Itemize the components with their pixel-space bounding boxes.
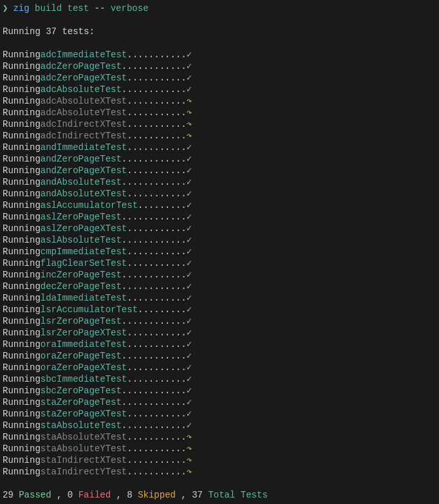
test-line: Running andAbsoluteXTest...........✓ [3, 188, 436, 200]
running-label: Running [3, 397, 41, 408]
test-line: Running sbcImmediateTest...........✓ [3, 373, 436, 385]
check-icon: ✓ [187, 49, 192, 61]
tests-header: Running 37 tests: [3, 26, 436, 37]
test-line: Running aslAccumulatorTest.........✓ [3, 200, 436, 211]
test-line: Running adcIndirectYTest...........↷ [3, 130, 436, 142]
test-line: Running aslZeroPageXTest...........✓ [3, 223, 436, 234]
running-label: Running [3, 420, 41, 431]
test-name: oraImmediateTest [41, 339, 127, 350]
summary-skipped-count: 8 [127, 490, 132, 500]
dots: ........... [127, 362, 186, 373]
dots: ........... [127, 443, 186, 454]
running-label: Running [3, 281, 41, 292]
test-name: staAbsoluteTest [41, 420, 122, 431]
running-label: Running [3, 234, 41, 246]
check-icon: ✓ [187, 257, 192, 269]
check-icon: ✓ [187, 385, 192, 397]
test-name: staZeroPageTest [41, 397, 122, 408]
test-line: Running andAbsoluteTest............✓ [3, 176, 436, 188]
running-label: Running [3, 408, 41, 420]
check-icon: ✓ [187, 339, 192, 350]
test-line: Running oraZeroPageXTest...........✓ [3, 362, 436, 373]
running-label: Running [3, 466, 41, 478]
dots: ........... [127, 466, 186, 478]
test-line: Running adcAbsoluteXTest...........↷ [3, 95, 436, 107]
cmd-verbose: verbose [111, 3, 149, 14]
dots: ........... [127, 246, 186, 257]
cmd-build: build [35, 3, 62, 14]
test-line: Running decZeroPageTest............✓ [3, 281, 436, 292]
test-line: Running staAbsoluteYTest...........↷ [3, 443, 436, 454]
dots: ........... [127, 257, 186, 269]
check-icon: ✓ [187, 176, 192, 188]
test-name: staZeroPageXTest [41, 408, 127, 420]
dots: ............ [122, 397, 187, 408]
test-name: cmpImmediateTest [41, 246, 127, 257]
running-label: Running [3, 339, 41, 350]
test-line: Running staIndirectYTest...........↷ [3, 466, 436, 478]
check-icon: ✓ [187, 234, 192, 246]
dots: ........... [127, 49, 186, 61]
dots: ............ [122, 350, 187, 362]
test-line: Running adcIndirectXTest...........↷ [3, 118, 436, 130]
test-name: oraZeroPageTest [41, 350, 122, 362]
test-name: andImmediateTest [41, 142, 127, 153]
running-label: Running [3, 211, 41, 223]
test-name: sbcImmediateTest [41, 373, 127, 385]
test-line: Running aslAbsoluteTest............✓ [3, 234, 436, 246]
check-icon: ✓ [187, 223, 192, 234]
test-name: aslZeroPageTest [41, 211, 122, 223]
test-line: Running cmpImmediateTest...........✓ [3, 246, 436, 257]
test-line: Running lsrZeroPageXTest...........✓ [3, 327, 436, 339]
running-label: Running [3, 385, 41, 397]
running-label: Running [3, 246, 41, 257]
cmd-dash: -- [95, 3, 106, 14]
dots: ........... [127, 95, 186, 107]
check-icon: ✓ [187, 211, 192, 223]
test-name: adcAbsoluteTest [41, 84, 122, 95]
test-name: aslZeroPageXTest [41, 223, 127, 234]
test-line: Running adcAbsoluteYTest...........↷ [3, 107, 436, 118]
running-label: Running [3, 350, 41, 362]
dots: ........... [127, 223, 186, 234]
running-label: Running [3, 454, 41, 466]
running-label: Running [3, 130, 41, 142]
skip-icon: ↷ [187, 118, 192, 130]
test-line: Running adcZeroPageTest............✓ [3, 61, 436, 72]
test-name: flagClearSetTest [41, 257, 127, 269]
test-name: aslAbsoluteTest [41, 234, 122, 246]
running-label: Running [3, 165, 41, 176]
test-line: Running oraZeroPageTest............✓ [3, 350, 436, 362]
summary-skipped-label: Skipped [138, 490, 176, 500]
running-label: Running [3, 188, 41, 200]
summary-line: 29 Passed , 0 Failed , 8 Skipped , 37 To… [3, 489, 436, 501]
check-icon: ✓ [187, 142, 192, 153]
check-icon: ✓ [187, 72, 192, 84]
test-name: oraZeroPageXTest [41, 362, 127, 373]
dots: ............ [122, 269, 187, 281]
test-line: Running andZeroPageXTest...........✓ [3, 165, 436, 176]
cmd-test: test [67, 3, 89, 14]
test-line: Running adcZeroPageXTest...........✓ [3, 72, 436, 84]
check-icon: ✓ [187, 292, 192, 304]
skip-icon: ↷ [187, 107, 192, 118]
summary-passed-count: 29 [3, 490, 14, 500]
test-line: Running lsrAccumulatorTest.........✓ [3, 304, 436, 315]
test-name: andAbsoluteTest [41, 176, 122, 188]
check-icon: ✓ [187, 304, 192, 315]
check-icon: ✓ [187, 269, 192, 281]
check-icon: ✓ [187, 61, 192, 72]
skip-icon: ↷ [187, 130, 192, 142]
test-name: andZeroPageXTest [41, 165, 127, 176]
test-name: staAbsoluteXTest [41, 431, 127, 443]
command-prompt[interactable]: ❯ zig build test -- verbose [3, 3, 436, 14]
skip-icon: ↷ [187, 443, 192, 454]
running-label: Running [3, 72, 41, 84]
check-icon: ✓ [187, 200, 192, 211]
dots: ............ [122, 61, 187, 72]
running-label: Running [3, 292, 41, 304]
dots: ........... [127, 142, 186, 153]
check-icon: ✓ [187, 408, 192, 420]
test-line: Running adcImmediateTest...........✓ [3, 49, 436, 61]
test-name: adcAbsoluteXTest [41, 95, 127, 107]
